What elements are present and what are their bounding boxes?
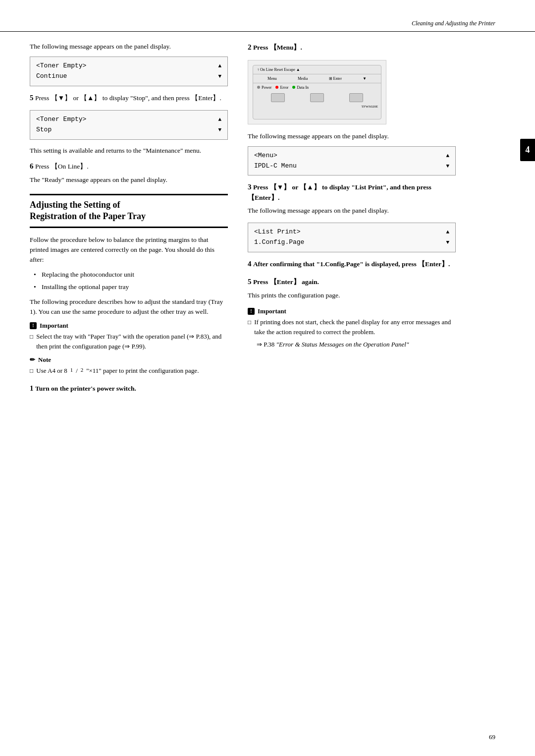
step2-note: The following message appears on the pan… [248,131,456,141]
step6-note: The "Ready" message appears on the panel… [30,175,228,185]
step3-label-text: 3 Press 【▼】 or 【▲】 to display "List Prin… [248,181,456,203]
left-column: The following message appears on the pan… [30,42,243,401]
note-box-left: ✏ Note Use A4 or 81/2"×11" paper to prin… [30,356,228,376]
power-dot [257,86,260,89]
display2-arrow-down [218,125,221,135]
display4-line2: 1.Config.Page [254,237,304,248]
display-box-1: <Toner Empty> Continue [30,57,228,86]
display4-line1: <List Print> [254,227,301,237]
important-item-2-right: ⇒ P.38 "Error & Status Messages on the O… [257,340,456,349]
note-icon-left: ✏ [30,356,35,364]
error-dot [275,86,278,89]
down-arrow-label: ▼ [363,76,367,81]
printer-diagram: ↑ On Line Reset Escape ▲ Menu Media ⊞ En… [248,60,386,124]
step3-note: The following message appears on the pan… [248,206,456,216]
page-number: 69 [489,733,495,741]
step4-number: 4 [248,260,252,268]
note-label-left: Note [38,356,51,364]
step4-text: After confirming that "1.Config.Page" is… [253,260,450,268]
important-icon-left: ! [30,322,37,329]
display3-arrow-up [446,151,449,161]
step1-text: 1 Turn on the printer's power switch. [30,383,228,394]
display4-arrow-down [446,237,449,248]
enter-label: ⊞ Enter [329,76,342,81]
section-heading-line1: Adjusting the Setting of [30,200,120,210]
intro-paragraph: The following message appears on the pan… [30,42,228,52]
step5-right-number: 5 [248,278,252,286]
important-box-right: ! Important If printing does not start, … [248,307,456,349]
step6-number: 6 [30,162,34,170]
header-title: Cleaning and Adjusting the Printer [412,20,495,27]
display3-line1: <Menu> [254,151,277,161]
display3-line2: IPDL-C Menu [254,161,297,172]
important-icon-right: ! [248,308,255,315]
section-heading: Adjusting the Setting of Registration of… [30,194,228,228]
step5-number: 5 [30,94,34,102]
procedure-text: The following procedure describes how to… [30,297,228,317]
note-header-left: ✏ Note [30,356,228,364]
important-header-left: ! Important [30,322,228,330]
menu-label: Menu [268,76,277,81]
media-label: Media [298,76,308,81]
printer-panel-mid: Menu Media ⊞ Enter ▼ [253,74,381,83]
display-box-3: <Menu> IPDL-C Menu [248,146,456,176]
step-4-block: 4 After confirming that "1.Config.Page" … [248,258,456,270]
display-box-2: <Toner Empty> Stop [30,110,228,140]
step1-number: 1 [30,384,34,392]
printer-panel-top: ↑ On Line Reset Escape ▲ [253,65,381,74]
important-header-right: ! Important [248,307,456,315]
display2-line2: Stop [36,125,52,135]
display2-arrow-up [218,115,221,125]
step-5-block: 5 Press 【▼】 or 【▲】 to display "Stop", an… [30,92,228,104]
datain-dot [292,86,295,89]
display4-arrow-up [446,227,449,237]
step5-label-text: 5 Press 【▼】 or 【▲】 to display "Stop", an… [30,92,228,104]
printer-inner: ↑ On Line Reset Escape ▲ Menu Media ⊞ En… [253,65,381,119]
step5-right-text: Press 【Enter】 again. [253,278,319,286]
bullet-item-2: Installing the optional paper tray [34,282,228,292]
section-heading-line2: Registration of the Paper Tray [30,211,146,221]
step5-right-note: This prints the configuration page. [248,291,456,300]
printer-btn-3 [349,93,363,102]
page-header: Cleaning and Adjusting the Printer [0,20,535,32]
printer-lights: Power Error Data In [253,83,381,92]
step4-label-text: 4 After confirming that "1.Config.Page" … [248,258,456,270]
step-5-right-block: 5 Press 【Enter】 again. This prints the c… [248,276,456,300]
step5-text: Press 【▼】 or 【▲】 to display "Stop", and … [35,94,221,102]
step2-text: Press 【Menu】. [253,44,302,51]
step-2-block: 2 Press 【Menu】. [248,42,456,53]
printer-model-label: TFWS020E [253,104,381,110]
printer-panel-label: ↑ On Line Reset Escape ▲ [257,67,300,72]
display1-line2: Continue [36,71,67,82]
step-3-block: 3 Press 【▼】 or 【▲】 to display "List Prin… [248,181,456,216]
bullet-list: Replacing the photoconductor unit Instal… [34,270,228,292]
important-label-right: Important [258,307,286,315]
important-label-left: Important [40,322,68,330]
step2-label-text: 2 Press 【Menu】. [248,42,456,53]
bullet-item-1: Replacing the photoconductor unit [34,270,228,280]
display2-line1: <Toner Empty> [36,115,86,125]
important-box-left: ! Important Select the tray with "Paper … [30,322,228,351]
display1-arrow-down [218,71,221,82]
display1-arrow-up [218,61,221,71]
step5-right-label-text: 5 Press 【Enter】 again. [248,276,456,288]
step3-text: Press 【▼】 or 【▲】 to display "List Print"… [248,183,431,201]
step3-number: 3 [248,183,252,191]
display3-arrow-down [446,161,449,172]
display1-line1: <Toner Empty> [36,61,86,71]
step-6-block: 6 Press 【On Line】. The "Ready" message a… [30,161,228,185]
important-item-1-left: Select the tray with "Paper Tray" with t… [30,332,228,351]
important-item-1-right: If printing does not start, check the pa… [248,317,456,337]
step6-text: Press 【On Line】. [35,163,89,170]
right-column: 2 Press 【Menu】. ↑ On Line Reset Escape ▲… [243,42,456,401]
printer-btn-2 [310,93,324,102]
step-1-block: 1 Turn on the printer's power switch. [30,383,228,394]
section-tab: 4 [520,139,535,161]
datain-light: Data In [292,85,309,90]
step6-label-text: 6 Press 【On Line】. [30,161,228,172]
display-box-4: <List Print> 1.Config.Page [248,223,456,252]
note-item-1: Use A4 or 81/2"×11" paper to print the c… [30,366,228,376]
step2-number: 2 [248,43,252,51]
power-light: Power [257,85,271,90]
step5-note: This setting is available and returns to… [30,146,228,156]
